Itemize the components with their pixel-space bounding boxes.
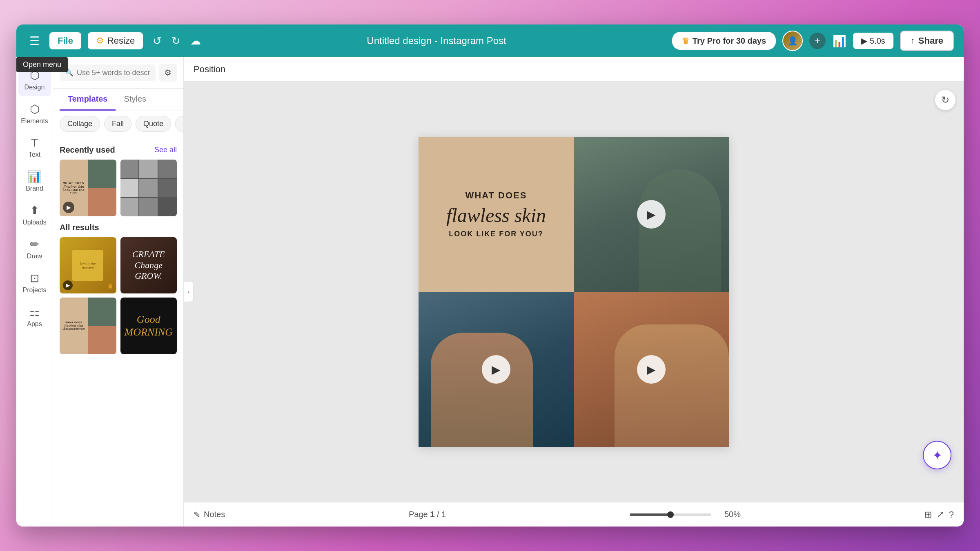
- panel-tabs: Templates Styles: [53, 89, 183, 111]
- toolbar: ☰ File ⚙ Resize ↺ ↻ ☁ Untitled design - …: [16, 24, 964, 57]
- filter-button[interactable]: ⚙: [159, 64, 177, 82]
- search-bar: 🔍 ⚙: [53, 57, 183, 89]
- refresh-button[interactable]: ↻: [935, 90, 956, 110]
- resize-button[interactable]: ⚙ Resize: [88, 32, 143, 49]
- toolbar-center: Untitled design - Instagram Post: [207, 35, 666, 47]
- user-avatar[interactable]: 👤: [782, 31, 803, 51]
- cloud-save-button[interactable]: ☁: [190, 35, 201, 47]
- canvas-text-look: LOOK LIKE FOR YOU?: [449, 230, 543, 238]
- canvas-play-2[interactable]: ▶: [482, 355, 510, 384]
- sidebar-item-brand[interactable]: 📊 Brand: [18, 165, 51, 197]
- open-menu-tooltip: Open menu: [16, 57, 68, 72]
- sidebar-projects-label: Projects: [23, 287, 47, 294]
- grid-view-button[interactable]: ⊞: [924, 509, 932, 520]
- result-thumb-1[interactable]: Live in the moment ▶ ♛: [60, 237, 116, 294]
- play-icon: ▶: [861, 36, 867, 46]
- zoom-controls: 50%: [630, 510, 741, 519]
- canvas-area: Position ‹ WHAT DOES flawless skin LOOK …: [184, 57, 964, 527]
- notes-icon: ✎: [194, 510, 200, 520]
- chip-collage[interactable]: Collage: [60, 116, 100, 132]
- page-label: Page 1 / 1: [409, 510, 446, 519]
- toolbar-right: ♛ Try Pro for 30 days 👤 + 📊 ▶ 5.0s ↑ Sha…: [672, 31, 954, 51]
- sidebar-item-uploads[interactable]: ⬆ Uploads: [18, 199, 51, 231]
- play-button[interactable]: ▶ 5.0s: [853, 33, 893, 49]
- magic-button[interactable]: ✦: [923, 441, 951, 469]
- sidebar-item-projects[interactable]: ⊡ Projects: [18, 267, 51, 299]
- recently-used-header: Recently used See all: [60, 145, 177, 155]
- all-results-grid: Live in the moment ▶ ♛ CREATEChangeGROW.…: [60, 237, 177, 354]
- canvas-text-flawless: flawless skin: [446, 204, 546, 227]
- tab-templates[interactable]: Templates: [60, 89, 116, 111]
- zoom-thumb: [667, 511, 674, 518]
- page-current: 1: [430, 510, 434, 519]
- chart-icon[interactable]: 📊: [832, 34, 846, 48]
- canvas-toolbar: Position: [184, 57, 964, 82]
- redo-button[interactable]: ↻: [168, 33, 184, 49]
- canvas-play-1[interactable]: ▶: [637, 200, 666, 229]
- template-thumb-1[interactable]: WHAT DOES flawless skin LOOK LIKE FOR YO…: [60, 160, 116, 216]
- sidebar-elements-label: Elements: [21, 118, 48, 125]
- view-icons: ⊞ ⤢ ?: [924, 509, 954, 520]
- brand-icon: 📊: [27, 170, 42, 183]
- recently-used-grid: WHAT DOES flawless skin LOOK LIKE FOR YO…: [60, 160, 177, 216]
- sidebar-brand-label: Brand: [26, 185, 43, 192]
- result-thumb-3[interactable]: WHAT DOES flawless skin LOOK LIKE FOR YO…: [60, 298, 116, 354]
- chip-quote[interactable]: Quote: [136, 116, 171, 132]
- canvas-play-3[interactable]: ▶: [637, 355, 666, 384]
- file-button[interactable]: File: [49, 32, 81, 49]
- tab-styles[interactable]: Styles: [116, 89, 154, 111]
- design-canvas: WHAT DOES flawless skin LOOK LIKE FOR YO…: [419, 137, 729, 447]
- sidebar-text-label: Text: [29, 151, 40, 158]
- canvas-text-cell: WHAT DOES flawless skin LOOK LIKE FOR YO…: [419, 137, 574, 292]
- sidebar-icons: ⬡ Design ⬡ Elements T Text 📊 Brand ⬆ Upl…: [16, 57, 53, 527]
- undo-button[interactable]: ↺: [149, 33, 165, 49]
- canvas-photo-2: ▶: [419, 292, 574, 447]
- sidebar-item-text[interactable]: T Text: [18, 131, 51, 163]
- position-label: Position: [194, 64, 225, 75]
- try-pro-button[interactable]: ♛ Try Pro for 30 days: [672, 32, 776, 50]
- canvas-container[interactable]: ‹ WHAT DOES flawless skin LOOK LIKE FOR …: [184, 82, 964, 502]
- sidebar-apps-label: Apps: [27, 320, 42, 328]
- result-1-crown-icon: ♛: [107, 282, 113, 290]
- page-indicator: Page 1 / 1: [409, 510, 446, 519]
- person-silhouette-3: [615, 324, 729, 447]
- sidebar-item-apps[interactable]: ⚏ Apps: [18, 300, 51, 333]
- help-button[interactable]: ?: [949, 509, 954, 520]
- filter-chips: Collage Fall Quote Event ›: [53, 111, 183, 137]
- panel-content: Recently used See all WHAT DOES flawless…: [53, 137, 183, 527]
- design-title: Untitled design - Instagram Post: [367, 35, 506, 47]
- toolbar-left: ☰ File ⚙ Resize ↺ ↻ ☁: [26, 31, 201, 51]
- menu-button[interactable]: ☰: [26, 31, 43, 51]
- share-button[interactable]: ↑ Share: [900, 31, 954, 51]
- bottom-bar: ✎ Notes Page 1 / 1 50%: [184, 502, 964, 527]
- sidebar-item-elements[interactable]: ⬡ Elements: [18, 98, 51, 130]
- sidebar-design-label: Design: [24, 84, 45, 91]
- uploads-icon: ⬆: [30, 204, 39, 217]
- sidebar-item-draw[interactable]: ✏ Draw: [18, 233, 51, 265]
- template-thumb-2[interactable]: [120, 160, 177, 216]
- sidebar-draw-label: Draw: [27, 253, 42, 260]
- hide-panel-button[interactable]: ‹: [184, 282, 194, 302]
- zoom-slider[interactable]: [630, 513, 711, 516]
- crown-icon: ♛: [682, 36, 689, 46]
- result-thumb-4[interactable]: GoodMORNING: [120, 298, 177, 354]
- recently-used-title: Recently used: [60, 145, 115, 155]
- notes-button[interactable]: ✎ Notes: [194, 510, 225, 520]
- expand-button[interactable]: ⤢: [937, 509, 944, 520]
- text-icon: T: [31, 136, 38, 149]
- see-all-link[interactable]: See all: [154, 146, 177, 154]
- result-thumb-2[interactable]: CREATEChangeGROW.: [120, 237, 177, 294]
- canvas-photo-3: ▶: [574, 292, 729, 447]
- main-content: ⬡ Design ⬡ Elements T Text 📊 Brand ⬆ Upl…: [16, 57, 964, 527]
- resize-icon: ⚙: [96, 36, 104, 46]
- zoom-percent: 50%: [716, 510, 741, 519]
- person-silhouette-1: [639, 169, 721, 292]
- add-button[interactable]: +: [809, 33, 826, 49]
- share-icon: ↑: [911, 36, 915, 46]
- search-input[interactable]: [77, 69, 150, 77]
- apps-icon: ⚏: [29, 305, 40, 319]
- chip-fall[interactable]: Fall: [104, 116, 131, 132]
- chip-event[interactable]: Event: [175, 116, 183, 132]
- draw-icon: ✏: [30, 238, 39, 251]
- canvas-text-what: WHAT DOES: [466, 190, 527, 201]
